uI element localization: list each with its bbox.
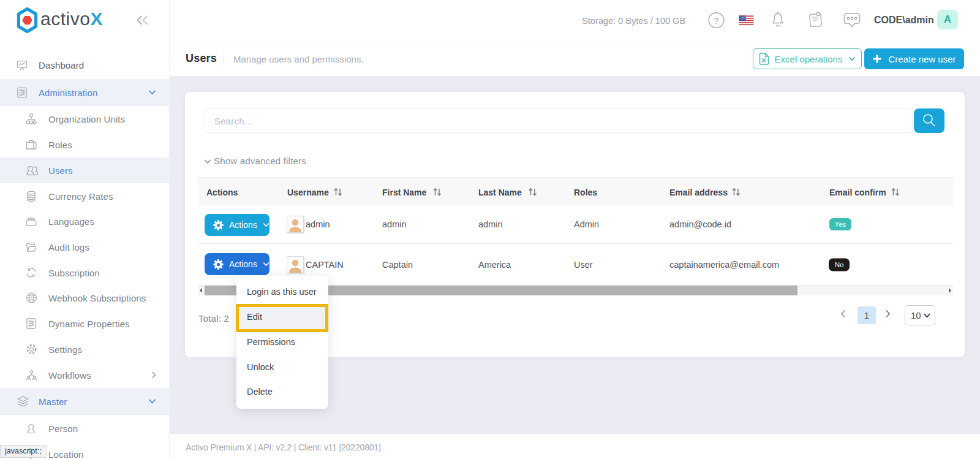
svg-text:?: ? [714,15,719,25]
